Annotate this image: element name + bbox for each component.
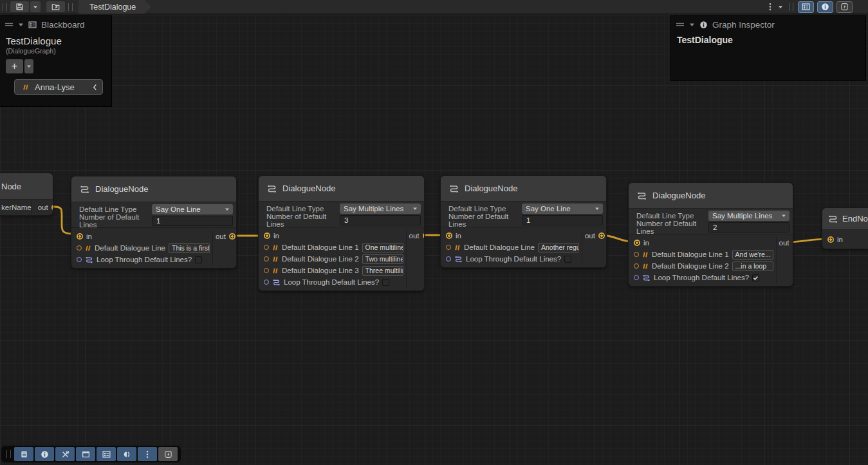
node-properties: Default Line TypeSay One LineNumber of D… (441, 202, 606, 227)
dialogue-line-field[interactable]: And we're... (732, 250, 773, 260)
string-input-port[interactable] (634, 263, 639, 269)
number-of-lines-field[interactable]: 2 (708, 222, 790, 232)
quote-icon (272, 245, 279, 251)
overflow-button[interactable] (138, 447, 157, 461)
property-row: Number of Default Lines1 (441, 214, 606, 226)
panel-drag-handle-icon[interactable] (5, 22, 14, 27)
graph-button[interactable] (158, 447, 178, 461)
dialogue-line-field[interactable]: This is a first (169, 243, 210, 253)
input-ports: inDefault Dialogue Line 1And we're...Def… (629, 237, 776, 283)
bool-input-port[interactable] (446, 256, 451, 261)
toolbar-drag-handle[interactable] (3, 3, 7, 11)
node-properties: Default Line TypeSay Multiple LinesNumbe… (629, 209, 793, 234)
number-of-lines-field[interactable]: 1 (152, 216, 233, 226)
add-field-arrow-button[interactable] (24, 59, 33, 73)
toggle-blackboard-button[interactable] (798, 1, 814, 13)
doc-icon (20, 450, 28, 459)
line-type-dropdown[interactable]: Say One Line (152, 204, 233, 214)
exec-output-port[interactable] (793, 240, 793, 246)
toolbar-drag-handle[interactable] (789, 3, 793, 11)
tools-button[interactable] (55, 447, 75, 461)
line-type-dropdown[interactable]: Say Multiple Lines (708, 211, 790, 221)
bool-input-port[interactable] (264, 280, 269, 285)
property-label: Default Line Type (266, 205, 340, 213)
line-type-dropdown[interactable]: Say Multiple Lines (340, 204, 421, 214)
loop-checkbox[interactable] (195, 256, 202, 263)
loop-checkbox[interactable] (752, 274, 759, 281)
toolbar-drag-handle[interactable] (68, 3, 73, 11)
chevron-left-icon[interactable] (93, 84, 97, 91)
loop-checkbox[interactable] (564, 256, 571, 263)
dialogue-node-4[interactable]: DialogueNodeDefault Line TypeSay Multipl… (628, 182, 793, 287)
bolt-icon (164, 450, 172, 459)
panel-drag-handle-icon[interactable] (676, 22, 685, 27)
dialogue-button[interactable] (117, 447, 136, 461)
overflow-arrow-button[interactable] (775, 1, 786, 12)
exec-output-port[interactable] (598, 232, 605, 239)
number-of-lines-field[interactable]: 1 (522, 215, 603, 225)
load-button[interactable] (46, 1, 65, 12)
save-options-button[interactable] (30, 1, 41, 12)
tab-testdialogue[interactable]: TestDialogue (78, 0, 151, 14)
start-node[interactable]: NodekerNameout (0, 173, 53, 216)
node-title-bar[interactable]: Node (0, 173, 53, 200)
string-input-port[interactable] (264, 256, 269, 261)
toolbar-drag-handle[interactable] (6, 450, 11, 458)
dialogue-node-2[interactable]: DialogueNodeDefault Line TypeSay Multipl… (258, 175, 425, 291)
string-input-port[interactable] (634, 252, 639, 257)
dialogue-line-field[interactable]: Two multiline (362, 254, 403, 264)
end-node[interactable]: EndNodein (822, 207, 868, 249)
graph-canvas[interactable]: NodekerNameoutDialogueNodeDefault Line T… (0, 0, 868, 465)
add-field-button[interactable]: + (6, 59, 23, 73)
node-title-bar[interactable]: EndNode (822, 208, 868, 230)
node-ports: inDefault Dialogue LineAnother regularLo… (441, 227, 606, 267)
console-button[interactable] (14, 447, 33, 461)
exec-input-port[interactable] (77, 233, 83, 240)
dialogue-node-1[interactable]: DialogueNodeDefault Line TypeSay One Lin… (71, 176, 237, 269)
output-ports: out (776, 237, 793, 283)
node-ports: inDefault Dialogue Line 1And we're...Def… (629, 234, 793, 286)
save-button[interactable] (10, 1, 29, 12)
dialogue-line-field[interactable]: One multiline (362, 243, 403, 252)
dialogue-line-field[interactable]: Another regular (538, 243, 579, 252)
line-type-dropdown[interactable]: Say One Line (522, 204, 603, 214)
blackboard-field-anna-lyse[interactable]: Anna-Lyse (14, 79, 103, 95)
info-icon (699, 21, 708, 29)
exec-input-port[interactable] (827, 236, 834, 243)
collapse-caret-icon[interactable] (18, 23, 24, 27)
node-title-bar[interactable]: DialogueNode (259, 176, 424, 202)
toggle-graph-button[interactable] (836, 1, 853, 13)
collapse-caret-icon[interactable] (689, 23, 695, 27)
node-title-bar[interactable]: DialogueNode (441, 176, 606, 202)
port-row: Default Dialogue Line 1And we're... (629, 249, 776, 260)
string-input-port[interactable] (77, 245, 82, 251)
window-button[interactable] (76, 447, 95, 461)
bool-input-port[interactable] (634, 275, 639, 280)
port-label: in (643, 239, 649, 247)
exec-input-port[interactable] (264, 232, 270, 239)
node-title-bar[interactable]: DialogueNode (71, 176, 236, 202)
toggle-inspector-button[interactable] (817, 1, 833, 13)
inspector-button[interactable] (35, 447, 54, 461)
number-of-lines-field[interactable]: 3 (340, 215, 421, 225)
exec-input-port[interactable] (634, 240, 640, 246)
string-input-port[interactable] (264, 268, 269, 273)
node-title-bar[interactable]: DialogueNode (629, 183, 793, 209)
exec-input-port[interactable] (446, 232, 452, 239)
port-label: Default Dialogue Line 1 (282, 243, 359, 251)
bool-input-port[interactable] (77, 257, 82, 262)
exec-output-port[interactable] (423, 232, 425, 239)
string-input-port[interactable] (446, 245, 451, 250)
exec-output-port[interactable] (229, 233, 235, 240)
property-label: Default Line Type (448, 205, 522, 213)
blackboard-button[interactable] (97, 447, 116, 461)
exec-output-port[interactable] (51, 204, 53, 211)
bottom-toolbar (1, 446, 181, 462)
string-input-port[interactable] (264, 245, 269, 250)
dialogue-node-3[interactable]: DialogueNodeDefault Line TypeSay One Lin… (440, 175, 607, 268)
dialogue-line-field[interactable]: Three multiline (362, 266, 403, 276)
loop-checkbox[interactable] (382, 279, 389, 286)
port-label: Default Dialogue Line 3 (282, 267, 359, 274)
overflow-menu-button[interactable] (766, 1, 774, 12)
dialogue-line-field[interactable]: ...in a loop (732, 261, 773, 271)
